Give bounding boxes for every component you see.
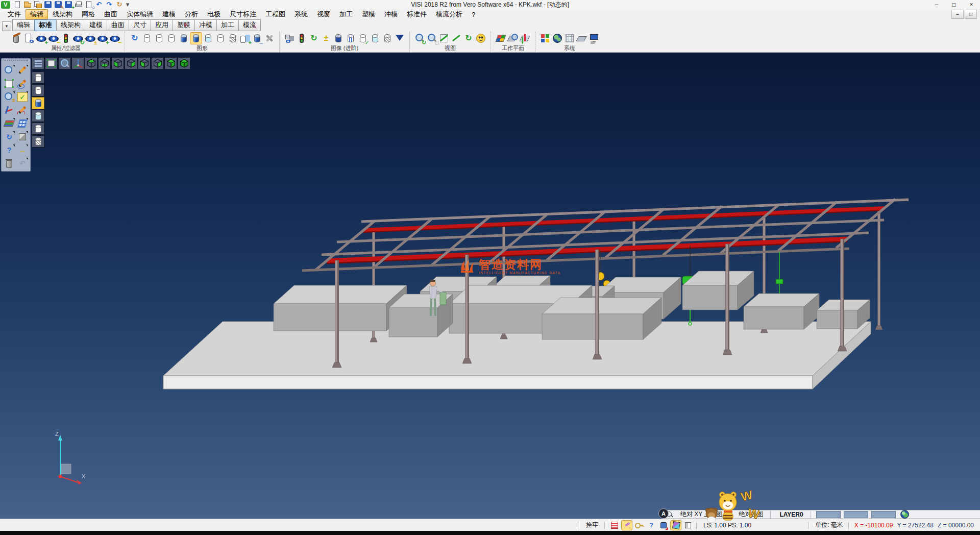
zoom-scale-icon[interactable]: ±: [3, 91, 15, 103]
filter-wire-1-icon[interactable]: [32, 71, 44, 84]
save-as-icon[interactable]: ✎: [54, 1, 63, 9]
system-world-icon[interactable]: [552, 33, 563, 44]
view-iso-icon[interactable]: [164, 57, 177, 69]
filter-shaded-icon[interactable]: [32, 110, 44, 122]
workplane-view-icon[interactable]: [507, 33, 519, 44]
axes-triad-icon[interactable]: [71, 57, 84, 69]
menu-item-9[interactable]: 尺寸标注: [225, 9, 261, 19]
view-right-icon[interactable]: [151, 57, 164, 69]
save-icon[interactable]: [43, 1, 53, 9]
filter-solid-active-icon[interactable]: [32, 97, 44, 109]
lock-toggle[interactable]: 拴牢: [582, 521, 602, 529]
menu-item-6[interactable]: 建模: [158, 9, 180, 19]
style-verified-icon[interactable]: ✓: [357, 33, 369, 44]
toolbar-dropdown-caret[interactable]: ▼: [2, 21, 11, 31]
filter-blank-icon[interactable]: [32, 123, 44, 135]
child-restore-button[interactable]: □: [965, 10, 977, 19]
print-icon[interactable]: [74, 1, 83, 9]
print-preview-icon[interactable]: ○: [84, 1, 93, 9]
redo-icon[interactable]: ↷: [105, 1, 114, 9]
child-minimize-button[interactable]: –: [951, 10, 964, 19]
workplane-grid-icon[interactable]: [495, 33, 506, 44]
view-bottom-icon[interactable]: [98, 57, 111, 69]
app-logo-icon[interactable]: V: [1, 1, 10, 9]
history-icon[interactable]: ↻: [115, 1, 124, 9]
attribute-page-icon[interactable]: [23, 33, 35, 44]
toolbar-options-icon[interactable]: ▾: [125, 1, 130, 9]
confirm-check-icon[interactable]: ✓: [16, 91, 29, 103]
show-all-icon[interactable]: +: [97, 33, 108, 44]
panel-grip[interactable]: [4, 60, 28, 63]
layer-stack-icon[interactable]: +: [239, 33, 251, 44]
view-iso-shaded-icon[interactable]: [178, 57, 190, 69]
layer-copy-icon[interactable]: →: [252, 33, 263, 44]
zoom-refresh-icon[interactable]: ↻: [414, 33, 425, 44]
ucs-cube-icon[interactable]: [671, 521, 681, 530]
maximize-button[interactable]: □: [945, 0, 963, 9]
view-list-icon[interactable]: [32, 57, 44, 69]
hide-all-icon[interactable]: −: [109, 33, 120, 44]
menu-item-17[interactable]: 模流分析: [431, 9, 467, 19]
snap-filter-icon[interactable]: [609, 521, 620, 530]
filter-wire-2-icon[interactable]: [32, 84, 44, 96]
wcs-axis-icon[interactable]: [3, 104, 15, 116]
active-layer-label[interactable]: LAYER0: [774, 511, 808, 518]
grid-plane-icon[interactable]: [16, 117, 29, 130]
zoom-fit-icon[interactable]: [45, 57, 58, 69]
spline-edit-icon[interactable]: [16, 104, 29, 116]
view-smiley-icon[interactable]: [475, 33, 486, 44]
solid-cube-icon[interactable]: [16, 131, 29, 143]
tab-8[interactable]: 冲模: [194, 19, 217, 31]
menu-item-18[interactable]: ?: [467, 10, 480, 19]
layer-solid-active-icon[interactable]: [190, 33, 202, 44]
menu-item-15[interactable]: 冲模: [380, 9, 402, 19]
key-icon[interactable]: [634, 521, 644, 530]
view-back-icon[interactable]: [125, 57, 137, 69]
insert-model-icon[interactable]: [33, 1, 42, 9]
zoom-window-icon[interactable]: [3, 78, 15, 90]
system-grid-icon[interactable]: [564, 33, 575, 44]
tab-6[interactable]: 应用: [151, 19, 173, 31]
save-all-icon[interactable]: +: [64, 1, 73, 9]
tab-0[interactable]: 编辑: [12, 19, 35, 31]
layer-wire-1-icon[interactable]: [141, 33, 153, 44]
tab-10[interactable]: 模流: [238, 19, 261, 31]
zoom-extent-icon[interactable]: □: [426, 33, 437, 44]
layer-wire-2-icon[interactable]: [154, 33, 165, 44]
view-left-icon[interactable]: [138, 57, 151, 69]
help-icon[interactable]: ?: [3, 144, 15, 156]
layer-shaded-icon[interactable]: [203, 33, 214, 44]
system-snap-plane-icon[interactable]: [576, 33, 587, 44]
sketch-ellipse-icon[interactable]: [16, 78, 29, 90]
menu-item-16[interactable]: 标准件: [402, 9, 431, 19]
menu-item-12[interactable]: 视窗: [312, 9, 335, 19]
style-shaded-icon[interactable]: [370, 33, 381, 44]
layer-solid-icon[interactable]: [178, 33, 189, 44]
shade-entities-icon[interactable]: [284, 33, 295, 44]
package-export-icon[interactable]: [658, 521, 669, 530]
shade-refresh-icon[interactable]: ↻: [308, 33, 320, 44]
workplane-axis-icon[interactable]: [520, 33, 531, 44]
globe-icon[interactable]: [900, 510, 909, 519]
style-striped-icon[interactable]: [345, 33, 356, 44]
shade-traffic-light-icon[interactable]: [296, 33, 307, 44]
menu-item-11[interactable]: 系统: [290, 9, 312, 19]
quick-help-icon[interactable]: ?: [646, 521, 656, 530]
tab-7[interactable]: 塑膜: [173, 19, 195, 31]
refresh-visibility-icon[interactable]: ↻: [72, 33, 84, 44]
menu-item-13[interactable]: 加工: [335, 9, 357, 19]
undo-arrow-icon[interactable]: ↶: [16, 157, 29, 169]
layer-tools-icon[interactable]: [264, 33, 275, 44]
delete-trash-icon[interactable]: [3, 157, 15, 169]
view-front-icon[interactable]: [111, 57, 124, 69]
menu-item-1[interactable]: 编辑: [26, 9, 48, 19]
style-solid-icon[interactable]: [333, 33, 344, 44]
system-monitor-icon[interactable]: [589, 33, 600, 44]
menu-item-10[interactable]: 工程图: [261, 9, 290, 19]
menu-item-4[interactable]: 曲面: [100, 9, 122, 19]
view-top-icon[interactable]: [85, 57, 97, 69]
viewport-3d[interactable]: ±✓↻?↔↶ 智造资料网 INTELLIGENT MANUFACTURING D…: [0, 53, 980, 519]
view-section-line-icon[interactable]: [451, 33, 462, 44]
menu-item-0[interactable]: 文件: [3, 9, 26, 19]
minimize-button[interactable]: –: [928, 0, 945, 9]
